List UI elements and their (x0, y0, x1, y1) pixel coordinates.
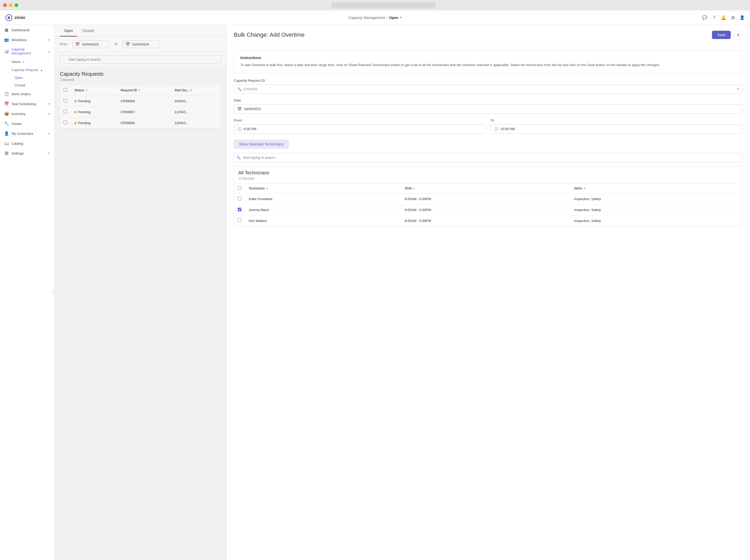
app-container: zinier Capacity Management / Open ▾ 💬 ? … (0, 11, 750, 560)
workforce-icon: 👥 (4, 38, 9, 42)
status-filter-icon[interactable]: ▼ (85, 89, 88, 91)
capacity-request-id-group: Capacity Request ID 🔍 CR99958 ▼ (234, 79, 743, 94)
help-icon[interactable]: ? (711, 15, 717, 20)
title-bar (0, 0, 750, 11)
technicians-search-icon: 🔍 (236, 155, 241, 160)
date-input[interactable]: 📅 19/09/2023 (234, 104, 743, 114)
tech-name-2: Ken Walters (245, 215, 401, 226)
window-btn-maximize[interactable] (15, 3, 18, 7)
row-checkbox-0[interactable] (63, 99, 67, 103)
to-time-input[interactable]: 🕐 10:00 PM (490, 124, 743, 134)
technician-filter-icon[interactable]: ▼ (266, 187, 269, 190)
row-request-id-0: CR99958 (117, 96, 171, 107)
row-checkbox-2[interactable] (63, 121, 67, 124)
my-customers-arrow-icon: ▼ (48, 132, 50, 135)
start-date-filter-icon[interactable]: ▼ (190, 89, 193, 91)
tech-checkbox-0[interactable] (238, 197, 241, 200)
table-row[interactable]: Jeremy Black 8:00AM - 6:00PM Inspection,… (234, 204, 743, 215)
from-label: From (234, 118, 486, 122)
sidebar-label-assets: Assets (12, 122, 50, 126)
sidebar-item-workforce[interactable]: 👥 Workforce ▼ (0, 35, 55, 45)
sidebar-item-dashboards[interactable]: ▦ Dashboards (0, 25, 55, 35)
tech-checkbox-2[interactable] (238, 219, 241, 222)
bell-icon[interactable]: 🔔 (721, 15, 726, 20)
panel-title: Bulk Change: Add Overtime (234, 32, 304, 38)
logo-icon (5, 14, 13, 21)
dashboards-icon: ▦ (4, 27, 9, 32)
tab-closed[interactable]: Closed (78, 25, 98, 37)
tab-open[interactable]: Open (60, 25, 77, 37)
select-all-checkbox[interactable] (63, 88, 67, 91)
breadcrumb-parent[interactable]: Capacity Management (349, 16, 385, 20)
capacity-management-icon: 📊 (4, 49, 9, 54)
row-checkbox-1[interactable] (63, 110, 67, 113)
sidebar-item-inventory[interactable]: 📦 Inventory ▼ (0, 109, 55, 119)
user-icon[interactable]: 👤 (739, 15, 745, 20)
sidebar-label-capacity-management: Capacity Management (12, 47, 45, 55)
sidebar-label-my-customers: My Customers (12, 132, 45, 136)
assets-icon: 🔧 (4, 121, 9, 126)
instructions-title: Instructions (240, 56, 736, 60)
to-clock-icon: 🕐 (494, 127, 498, 131)
date-to-label: To (114, 42, 117, 46)
shift-filter-icon[interactable]: ▼ (413, 187, 415, 190)
date-calendar-icon: 📅 (237, 107, 242, 111)
col-header-request-id: Request ID (121, 88, 137, 92)
select-dropdown-arrow-icon: ▼ (736, 87, 739, 90)
row-start-date-0: 10/04/2... (171, 96, 221, 107)
date-from-input[interactable]: 📅 10/04/2024 (73, 40, 109, 48)
tech-checkbox-1[interactable] (238, 208, 241, 211)
search-icon-select: 🔍 (237, 87, 241, 91)
table-row[interactable]: Ken Walters 8:00AM - 6:00PM Inspection, … (234, 215, 743, 226)
breadcrumb-arrow-icon[interactable]: ▾ (400, 16, 401, 19)
request-id-filter-icon[interactable]: ▼ (138, 89, 141, 91)
save-button[interactable]: Save (712, 31, 731, 39)
tech-skills-1: Inspection, Safety (570, 204, 743, 215)
sidebar-item-settings[interactable]: ⚙️ Settings ▼ (0, 148, 55, 158)
sidebar-item-task-scheduling[interactable]: 📅 Task Scheduling ▼ (0, 99, 55, 109)
sidebar-item-capacity-management[interactable]: 📊 Capacity Management ▲ (0, 45, 55, 58)
inventory-arrow-icon: ▼ (48, 112, 50, 115)
table-row[interactable]: Pending CR99957 11/04/2... (60, 107, 221, 118)
close-button[interactable]: ✕ (733, 30, 743, 40)
grid-icon[interactable]: ⊞ (730, 15, 735, 20)
row-status-1: Pending (78, 110, 91, 114)
tech-col-header-shift: Shift (405, 187, 412, 190)
sidebar-item-my-customers[interactable]: 👤 My Customers ▼ (0, 128, 55, 139)
sidebar-subitem-closed[interactable]: Closed (0, 81, 55, 89)
inventory-icon: 📦 (4, 111, 9, 116)
date-to-input[interactable]: 📅 15/04/2024 (123, 40, 159, 48)
svg-point-1 (7, 16, 10, 19)
skills-filter-icon[interactable]: ▼ (583, 187, 586, 190)
time-row: From 🕐 6:00 PM To 🕐 10:00 PM (234, 118, 743, 139)
window-btn-minimize[interactable] (9, 3, 13, 7)
window-btn-close[interactable] (3, 3, 7, 7)
sidebar-collapse-button[interactable]: ‹ (51, 290, 55, 295)
show-relevant-technicians-button[interactable]: Show Relevant Technicians (234, 140, 289, 149)
sidebar-subitem-open[interactable]: Open (0, 74, 55, 81)
capacity-request-id-select[interactable]: 🔍 CR99958 ▼ (234, 85, 743, 94)
capacity-request-id-value: CR99958 (243, 87, 257, 91)
search-input[interactable] (60, 55, 221, 64)
tech-select-all-checkbox[interactable] (238, 186, 241, 190)
table-row[interactable]: Pending CR99956 13/04/2... (60, 118, 221, 128)
sidebar-item-catalog[interactable]: 📖 Catalog (0, 139, 55, 148)
sidebar-item-assets[interactable]: 🔧 Assets (0, 119, 55, 128)
table-row[interactable]: Pending CR99958 10/04/2... (60, 96, 221, 107)
tech-name-1: Jeremy Black (245, 204, 401, 215)
to-time-value: 10:00 PM (500, 127, 515, 131)
sidebar-label-work-orders: Work Orders (12, 92, 50, 96)
sidebar-item-work-orders[interactable]: 📋 Work Orders (0, 89, 55, 99)
sidebar-subitem-views[interactable]: Views ▼ (0, 58, 55, 66)
date-from-calendar-icon: 📅 (75, 42, 80, 46)
table-row[interactable]: Katie Fountaine 8:00AM - 6:00PM Inspecti… (234, 193, 743, 204)
technicians-search-input[interactable] (234, 153, 743, 162)
technicians-table-title: All Technicians (234, 167, 743, 177)
date-from-value: 10/04/2024 (82, 42, 99, 46)
breadcrumb-separator: / (387, 16, 388, 20)
chat-icon[interactable]: 💬 (702, 15, 707, 20)
sidebar-subitem-capacity-request[interactable]: Capacity Request ▲ (0, 66, 55, 74)
from-time-input[interactable]: 🕐 6:00 PM (234, 124, 486, 134)
from-time-value: 6:00 PM (244, 127, 256, 131)
date-group: Date 📅 19/09/2023 (234, 98, 743, 114)
